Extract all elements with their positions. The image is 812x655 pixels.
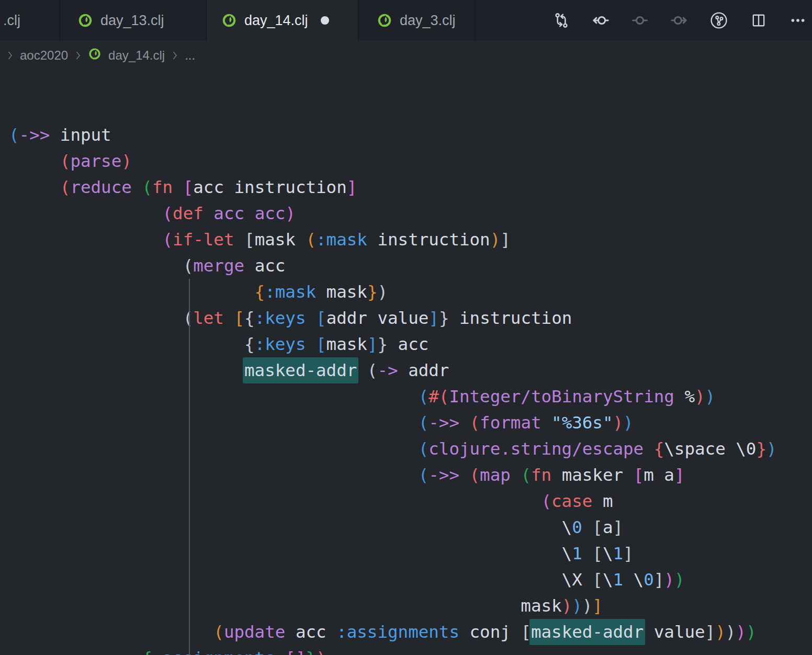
code-line: (def acc acc) xyxy=(9,200,812,227)
clojure-file-icon xyxy=(221,13,237,28)
tab-label: day_13.clj xyxy=(100,13,164,29)
breadcrumb-item-file[interactable]: day_14.clj xyxy=(108,48,165,63)
more-actions-icon[interactable] xyxy=(789,12,807,29)
tab-day-14[interactable]: day_14.clj xyxy=(207,0,358,41)
code-line: (->> (map (fn masker [m a] xyxy=(9,462,812,488)
chevron-right-icon xyxy=(172,50,178,61)
chevron-right-icon xyxy=(7,50,13,61)
code-line: (update acc :assignments conj [masked-ad… xyxy=(9,619,812,645)
breadcrumb: aoc2020 day_14.clj ... xyxy=(0,41,812,70)
clojure-file-icon xyxy=(88,47,102,64)
git-branch-circle-icon[interactable] xyxy=(709,11,728,30)
unsaved-changes-dot[interactable] xyxy=(321,16,329,25)
code-line: (->> (format "%36s")) xyxy=(9,410,812,436)
clojure-partial-icon[interactable] xyxy=(520,12,531,29)
compare-changes-icon[interactable] xyxy=(552,12,570,29)
code-line: masked-addr (-> addr xyxy=(9,357,812,383)
tab-day-13[interactable]: day_13.clj xyxy=(60,0,207,41)
chevron-right-icon xyxy=(75,50,81,61)
code-line: (parse) xyxy=(9,148,812,174)
tab-clj-partial[interactable]: .clj xyxy=(0,0,60,41)
indent-guide xyxy=(189,279,190,655)
code-line: (->> input xyxy=(9,122,812,148)
code-line: (let [{:keys [addr value]} instruction xyxy=(9,305,812,331)
tab-day-3[interactable]: day_3.clj xyxy=(358,0,475,41)
split-editor-icon[interactable] xyxy=(750,12,768,29)
code-line: \X [\1 \0])) xyxy=(9,567,812,593)
code-line: \1 [\1] xyxy=(9,540,812,567)
tab-label: .clj xyxy=(3,13,20,29)
clojure-file-icon xyxy=(77,13,93,28)
breadcrumb-item-folder[interactable]: aoc2020 xyxy=(20,48,68,63)
change-icon[interactable] xyxy=(631,12,649,29)
tab-label: day_14.clj xyxy=(244,13,308,29)
code-line: (#(Integer/toBinaryString %)) xyxy=(9,383,812,410)
code-line: (reduce (fn [acc instruction] xyxy=(9,174,812,200)
tab-bar: .clj day_13.clj day_14.clj xyxy=(0,0,812,41)
code-line: {:mask mask}) xyxy=(9,279,812,305)
code-line: (if-let [mask (:mask instruction)] xyxy=(9,227,812,253)
clojure-file-icon xyxy=(377,13,392,28)
tab-label: day_3.clj xyxy=(400,13,456,29)
occurrence-highlight: masked-addr xyxy=(529,619,645,645)
breadcrumb-item-symbol[interactable]: ... xyxy=(185,48,195,63)
occurrence-highlight: masked-addr xyxy=(243,357,358,383)
editor-actions xyxy=(520,0,812,41)
previous-change-icon[interactable] xyxy=(592,12,610,29)
code-line: mask)))] xyxy=(9,593,812,619)
next-change-icon[interactable] xyxy=(670,12,688,29)
code-line: (case m xyxy=(9,488,812,514)
code-line: (clojure.string/escape {\space \0}) xyxy=(9,436,812,462)
code-line: {:keys [mask]} acc xyxy=(9,331,812,357)
code-line: {:assignments []}) xyxy=(9,645,812,655)
code-line: \0 [a] xyxy=(9,514,812,540)
code-editor[interactable]: (->> input (parse) (reduce (fn [acc inst… xyxy=(0,70,812,655)
code-line: (merge acc xyxy=(9,253,812,279)
